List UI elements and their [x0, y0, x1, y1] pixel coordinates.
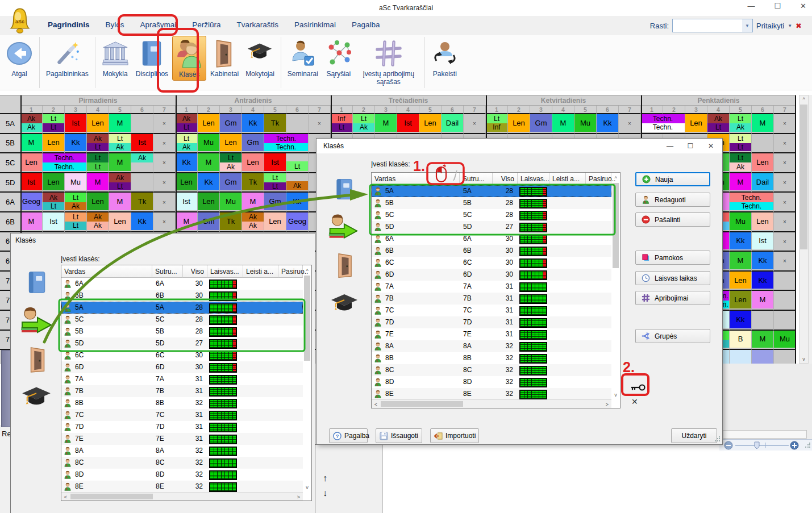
- timetable-cell[interactable]: Len: [685, 114, 707, 134]
- timetable-cell[interactable]: Kk: [131, 212, 153, 232]
- class-row-7D[interactable]: 7D7D31: [372, 316, 611, 328]
- dialog-minimize-button[interactable]: —: [660, 139, 680, 152]
- scroll-up-icon[interactable]: ^: [799, 95, 808, 103]
- timetable-cell[interactable]: ×: [153, 173, 176, 193]
- toolbar-button-klasės[interactable]: Klasės: [172, 36, 206, 81]
- class-row-8E[interactable]: 8E8E32: [61, 481, 303, 493]
- class-row-7E[interactable]: 7E7E31: [372, 328, 611, 340]
- scroll-down-icon[interactable]: v: [303, 483, 311, 491]
- timetable-cell[interactable]: ×: [464, 114, 486, 134]
- timetable-cell[interactable]: Len: [43, 173, 65, 193]
- class-row-5C[interactable]: 5C5C28: [61, 314, 303, 326]
- timetable-cell[interactable]: Len: [752, 153, 774, 173]
- class-row-6A[interactable]: 6A6A30: [372, 233, 611, 245]
- column-header-leisti-a[interactable]: Leisti a...: [549, 173, 586, 185]
- timetable-cell[interactable]: AkAk: [242, 212, 264, 232]
- timetable-cell[interactable]: ×: [774, 232, 796, 252]
- timetable-cell[interactable]: Kk: [242, 114, 264, 134]
- column-header-leisti-a[interactable]: Leisti a...: [243, 265, 278, 278]
- column-header-viso[interactable]: Viso: [493, 173, 518, 185]
- timetable-cell[interactable]: Dail: [442, 114, 464, 134]
- timetable-cell[interactable]: Kk: [752, 252, 774, 272]
- scroll-down-icon[interactable]: v: [799, 355, 808, 363]
- timetable-cell[interactable]: LtLt: [87, 153, 109, 173]
- timetable-cell[interactable]: [774, 350, 796, 364]
- scroll-up-icon[interactable]: ^: [612, 174, 619, 182]
- book-icon[interactable]: [332, 177, 356, 201]
- timetable-cell[interactable]: Mu: [730, 212, 752, 232]
- timetable-cell[interactable]: Len: [752, 212, 774, 232]
- timetable-cell[interactable]: Kk: [597, 114, 619, 134]
- timetable-cell[interactable]: Gm: [242, 134, 264, 154]
- timetable-cell[interactable]: ×: [153, 134, 176, 154]
- timetable-cell[interactable]: ×: [153, 212, 176, 232]
- timetable-cell[interactable]: Len: [264, 212, 286, 232]
- classes-list[interactable]: VardasSutru...VisoLaisvas...Leisti a...P…: [371, 172, 621, 408]
- timetable-cell[interactable]: LtLt: [43, 114, 65, 134]
- timetable-cell[interactable]: M: [20, 134, 43, 154]
- classes-arrow-icon[interactable]: [19, 304, 53, 338]
- timetable-cell[interactable]: ×: [309, 114, 331, 134]
- apribojimai-button[interactable]: Apribojimai: [635, 291, 710, 305]
- list-hscroll-thumb[interactable]: [381, 401, 463, 407]
- row-header-5D[interactable]: 5D: [0, 173, 20, 193]
- timetable-cell[interactable]: LtAk: [730, 153, 752, 173]
- timetable-cell[interactable]: M: [20, 212, 43, 232]
- timetable-cell[interactable]: Ak: [131, 153, 153, 173]
- timetable-cell[interactable]: Len: [730, 291, 752, 311]
- laisvas-laikas-button[interactable]: Laisvas laikas: [635, 271, 710, 285]
- toolbar-button-mokytojai[interactable]: Mokytojai: [243, 36, 277, 80]
- timetable-cell[interactable]: Len: [242, 153, 264, 173]
- toolbar-button-atgal[interactable]: Atgal: [3, 36, 36, 80]
- nauja-button[interactable]: Nauja: [635, 172, 710, 186]
- timetable-cell[interactable]: [131, 173, 153, 193]
- timetable-cell[interactable]: [131, 114, 153, 134]
- timetable-cell[interactable]: Len: [109, 212, 131, 232]
- timetable-cell[interactable]: M: [730, 252, 752, 272]
- window-maximize-button[interactable]: ☐: [774, 2, 781, 10]
- timetable-cell[interactable]: LtAk: [109, 134, 131, 154]
- timetable-cell[interactable]: Techn.Techn.: [730, 193, 774, 212]
- timetable-cell[interactable]: Kk: [730, 232, 752, 252]
- close-dialog-button[interactable]: Uždaryti: [671, 428, 717, 443]
- timetable-cell[interactable]: LtLt: [65, 212, 87, 232]
- timetable-cell[interactable]: Ist: [65, 114, 87, 134]
- timetable-cell[interactable]: Techn.Techn.: [641, 114, 685, 134]
- tab-pasirinkimai[interactable]: Pasirinkimai: [286, 16, 344, 33]
- class-row-7B[interactable]: 7B7B31: [372, 293, 611, 305]
- timetable-cell[interactable]: LtAk: [65, 193, 87, 212]
- class-row-5D[interactable]: 5D5D27: [61, 337, 303, 349]
- find-input[interactable]: [673, 19, 743, 31]
- list-hscrollbar[interactable]: <>: [61, 492, 303, 501]
- list-vscroll-thumb[interactable]: [613, 183, 619, 268]
- timetable-cell[interactable]: Techn.Techn.: [43, 153, 87, 173]
- timetable-cell[interactable]: [286, 114, 309, 134]
- class-row-5A[interactable]: 5A5A28: [61, 302, 303, 314]
- timetable-cell[interactable]: M: [242, 193, 264, 212]
- timetable-cell[interactable]: LtLt: [264, 173, 286, 193]
- timetable-cell[interactable]: LtAk: [353, 114, 375, 134]
- timetable-cell[interactable]: M: [752, 331, 774, 351]
- scroll-right-icon[interactable]: >: [604, 401, 610, 407]
- class-row-7E[interactable]: 7E7E31: [61, 433, 303, 445]
- column-header-pasiruo[interactable]: Pasiruo..: [278, 265, 303, 278]
- timetable-cell[interactable]: AkLt: [707, 114, 730, 134]
- timetable-cell[interactable]: [774, 272, 796, 291]
- class-row-6B[interactable]: 6B6B30: [61, 290, 303, 302]
- class-row-6D[interactable]: 6D6D30: [61, 361, 303, 373]
- timetable-cell[interactable]: ×: [774, 212, 796, 232]
- move-down-button[interactable]: ↓: [323, 488, 327, 498]
- timetable-cell[interactable]: Kk: [198, 173, 220, 193]
- tab-aprašymai[interactable]: Aprašymai: [132, 16, 185, 33]
- column-header-sutru[interactable]: Sutru...: [152, 265, 183, 278]
- toolbar-button-kabinetai[interactable]: Kabinetai: [207, 36, 241, 80]
- find-combobox[interactable]: ▼: [672, 19, 753, 32]
- timetable-cell[interactable]: Techn.Techn.: [264, 134, 309, 154]
- scroll-up-icon[interactable]: ^: [303, 267, 311, 274]
- row-header-6A[interactable]: 6A: [0, 193, 20, 212]
- timetable-cell[interactable]: LtAk: [176, 134, 198, 154]
- timetable-cell[interactable]: Ist: [131, 134, 153, 154]
- timetable-cell[interactable]: ×: [153, 153, 176, 173]
- row-header-5C[interactable]: 5C: [0, 153, 20, 173]
- class-row-6C[interactable]: 6C6C30: [61, 349, 303, 361]
